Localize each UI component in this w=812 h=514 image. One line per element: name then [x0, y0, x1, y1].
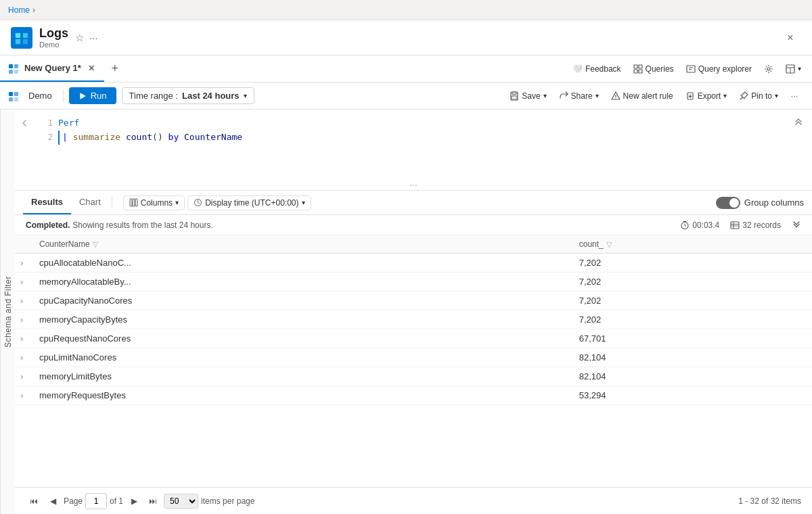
svg-rect-6 — [9, 70, 13, 74]
layout-button[interactable]: ▾ — [780, 62, 807, 76]
row-expand-button[interactable]: › — [15, 310, 31, 329]
table-row: › cpuAllocatableNanoC... 7,202 — [15, 254, 812, 273]
export-button[interactable]: Export ▾ — [680, 89, 733, 103]
svg-rect-2 — [16, 39, 20, 43]
pin-to-button[interactable]: Pin to ▾ — [734, 89, 784, 103]
queries-button[interactable]: Queries — [628, 62, 679, 76]
row-expand-button[interactable]: › — [15, 348, 31, 367]
code-editor[interactable]: 1 Perf 2 | summarize count() by CounterN… — [15, 110, 812, 191]
row-expand-button[interactable]: › — [15, 254, 31, 273]
row-count: 82,104 — [571, 367, 812, 386]
result-tabs: Results Chart Columns ▾ — [15, 191, 812, 215]
group-columns-toggle[interactable] — [716, 197, 740, 209]
tab-query1[interactable]: New Query 1* ✕ — [0, 55, 104, 82]
query-explorer-button[interactable]: Query explorer — [681, 62, 757, 76]
svg-point-28 — [615, 97, 616, 98]
svg-rect-8 — [634, 65, 637, 68]
filter-counter-name-icon[interactable]: ▽ — [93, 240, 98, 249]
feedback-button[interactable]: 🤍 Feedback — [567, 62, 627, 76]
per-page-select[interactable]: 50 100 200 — [164, 494, 198, 509]
share-button[interactable]: Share ▾ — [554, 89, 604, 103]
tab-query1-label: New Query 1* — [24, 63, 81, 73]
svg-rect-30 — [130, 199, 132, 206]
columns-button[interactable]: Columns ▾ — [123, 195, 185, 210]
pin-chevron-icon: ▾ — [775, 92, 778, 99]
tab-results[interactable]: Results — [23, 191, 71, 214]
add-tab-button[interactable]: + — [104, 55, 126, 82]
new-alert-button[interactable]: New alert rule — [606, 89, 679, 103]
more-icon[interactable]: ··· — [89, 32, 98, 43]
row-counter-name: memoryRequestBytes — [31, 386, 571, 405]
tab-chart[interactable]: Chart — [71, 191, 109, 214]
last-page-button[interactable]: ⏭ — [145, 493, 161, 509]
duration-value: 00:03.4 — [692, 220, 719, 230]
filter-count-icon[interactable]: ▽ — [606, 240, 612, 249]
svg-rect-31 — [133, 199, 135, 206]
toolbar: Demo Run Time range : Last 24 hours ▾ Sa… — [0, 83, 812, 110]
line-number-1: 1 — [42, 117, 53, 130]
export-label: Export — [698, 91, 721, 101]
time-range-button[interactable]: Time range : Last 24 hours ▾ — [122, 87, 254, 104]
tab-close-button[interactable]: ✕ — [87, 62, 96, 74]
table-header-row: CounterName ▽ count_ ▽ — [15, 235, 812, 254]
breadcrumb-home[interactable]: Home — [8, 5, 30, 15]
more-actions-button[interactable]: ··· — [785, 87, 804, 106]
table-body: › cpuAllocatableNanoC... 7,202 › memoryA… — [15, 254, 812, 405]
layout-icon — [786, 64, 795, 74]
svg-rect-19 — [9, 92, 13, 96]
svg-rect-4 — [9, 64, 13, 68]
share-label: Share — [571, 91, 593, 101]
save-button[interactable]: Save ▾ — [504, 89, 551, 103]
table-icon — [730, 220, 740, 230]
svg-rect-32 — [135, 199, 137, 206]
first-page-button[interactable]: ⏮ — [26, 493, 42, 509]
prev-page-button[interactable]: ◀ — [45, 493, 61, 509]
svg-rect-7 — [14, 70, 18, 74]
display-time-button[interactable]: Display time (UTC+00:00) ▾ — [187, 195, 311, 210]
expand-results-button[interactable] — [792, 219, 801, 231]
row-counter-name: cpuLimitNanoCores — [31, 348, 571, 367]
run-button[interactable]: Run — [69, 87, 116, 104]
close-button[interactable]: × — [780, 27, 801, 49]
alert-icon — [611, 91, 621, 101]
toggle-knob — [729, 198, 739, 208]
schema-filter-sidebar[interactable]: Schema and Filter — [0, 110, 15, 514]
settings-button[interactable] — [759, 62, 779, 76]
app-title-block: Logs Demo — [39, 26, 68, 49]
page-of: of 1 — [110, 496, 123, 506]
app-header-right: × — [780, 27, 801, 49]
row-expand-button[interactable]: › — [15, 367, 31, 386]
row-expand-button[interactable]: › — [15, 273, 31, 291]
editor-collapse-up[interactable] — [790, 115, 807, 131]
save-label: Save — [522, 91, 540, 101]
svg-rect-1 — [23, 32, 28, 37]
code-lines: 1 Perf 2 | summarize count() by CounterN… — [15, 110, 812, 151]
editor-collapse-left[interactable] — [15, 110, 34, 190]
app-header-icons: ☆ ··· — [75, 32, 98, 44]
row-expand-button[interactable]: › — [15, 386, 31, 405]
run-label: Run — [91, 91, 107, 101]
toolbar-divider — [63, 89, 64, 103]
th-count: count_ ▽ — [571, 235, 812, 254]
table-row: › cpuRequestNanoCores 67,701 — [15, 329, 812, 348]
row-expand-button[interactable]: › — [15, 329, 31, 348]
row-count: 7,202 — [571, 310, 812, 329]
display-time-chevron-icon: ▾ — [302, 199, 305, 206]
page-range-info: 1 - 32 of 32 items — [738, 496, 801, 506]
star-icon[interactable]: ☆ — [75, 32, 84, 44]
status-detail: Showing results from the last 24 hours. — [72, 220, 212, 230]
drag-handle[interactable]: ··· — [404, 179, 423, 190]
tab-bar-right: 🤍 Feedback Queries Query explorer — [562, 55, 812, 82]
tab-bar: New Query 1* ✕ + 🤍 Feedback Queries Quer… — [0, 55, 812, 83]
timer-icon — [680, 220, 690, 230]
row-expand-button[interactable]: › — [15, 291, 31, 310]
query-tab-icon — [8, 63, 19, 74]
status-right: 00:03.4 32 records — [680, 219, 801, 231]
next-page-button[interactable]: ▶ — [126, 493, 142, 509]
status-completed: Completed. — [26, 220, 70, 230]
record-count-value: 32 records — [742, 220, 781, 230]
record-count-item: 32 records — [730, 220, 781, 230]
page-number-input[interactable] — [85, 493, 107, 509]
run-icon — [78, 92, 87, 100]
chevron-left-icon — [20, 119, 28, 127]
